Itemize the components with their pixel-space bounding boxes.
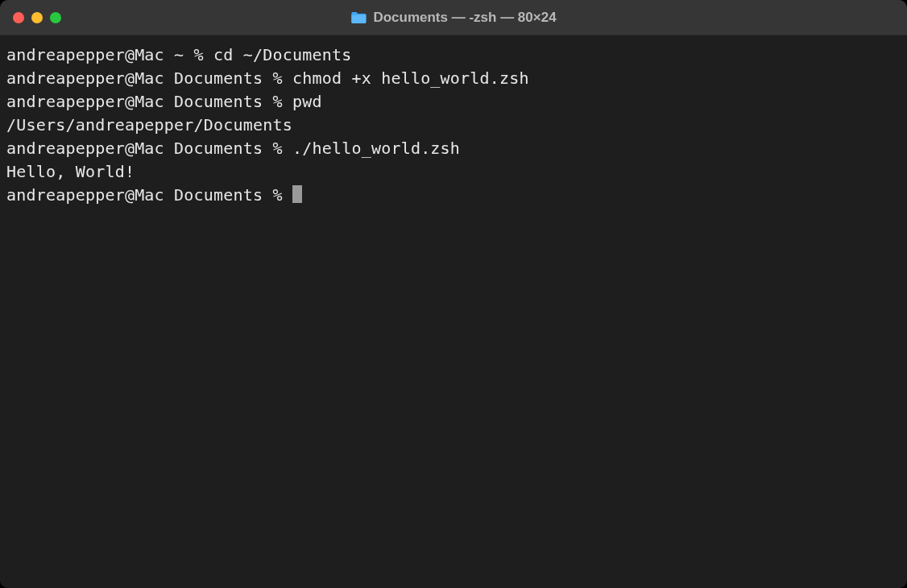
prompt: andreapepper@Mac Documents % (6, 139, 292, 158)
titlebar[interactable]: Documents — -zsh — 80×24 (0, 0, 907, 35)
terminal-body[interactable]: andreapepper@Mac ~ % cd ~/Documents andr… (0, 35, 907, 588)
terminal-output: Hello, World! (6, 160, 901, 184)
terminal-line: andreapepper@Mac Documents % ./hello_wor… (6, 137, 901, 160)
minimize-button[interactable] (31, 12, 43, 23)
cursor (292, 185, 302, 203)
command: chmod +x hello_world.zsh (292, 68, 529, 88)
terminal-line: andreapepper@Mac Documents % pwd (6, 90, 901, 114)
prompt: andreapepper@Mac ~ % (6, 45, 213, 64)
prompt: andreapepper@Mac Documents % (6, 185, 292, 205)
close-button[interactable] (13, 12, 24, 23)
command: cd ~/Documents (213, 45, 351, 64)
window-title: Documents — -zsh — 80×24 (373, 10, 556, 26)
terminal-line: andreapepper@Mac Documents % chmod +x he… (6, 67, 901, 90)
title-container: Documents — -zsh — 80×24 (350, 10, 556, 26)
maximize-button[interactable] (50, 12, 61, 23)
command: ./hello_world.zsh (292, 139, 460, 158)
terminal-window: Documents — -zsh — 80×24 andreapepper@Ma… (0, 0, 907, 588)
command: pwd (292, 92, 322, 111)
terminal-line: andreapepper@Mac Documents % (6, 184, 901, 207)
traffic-lights (13, 12, 61, 23)
terminal-output: /Users/andreapepper/Documents (6, 114, 901, 137)
terminal-line: andreapepper@Mac ~ % cd ~/Documents (6, 43, 901, 67)
prompt: andreapepper@Mac Documents % (6, 68, 292, 88)
prompt: andreapepper@Mac Documents % (6, 92, 292, 111)
folder-icon (350, 11, 367, 24)
